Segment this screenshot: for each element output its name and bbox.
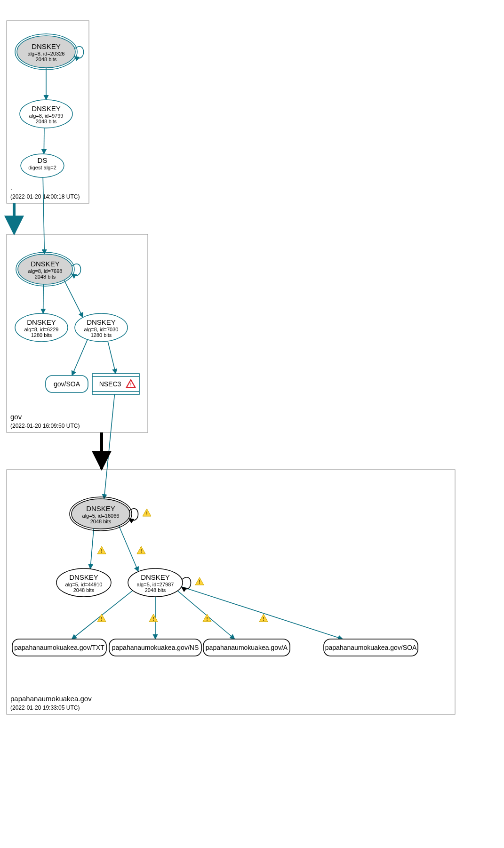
- zone-timestamp: (2022-01-20 14:00:18 UTC): [10, 193, 80, 200]
- node-title: papahanaumokuakea.gov/SOA: [325, 644, 417, 651]
- svg-text:!: !: [199, 579, 200, 585]
- node-line3: 2048 bits: [145, 587, 166, 593]
- node-rk2[interactable]: DNSKEYalg=8, id=97992048 bits: [20, 100, 72, 128]
- node-line2: alg=8, id=7030: [84, 327, 119, 332]
- node-title: DNSKEY: [27, 318, 56, 326]
- node-la[interactable]: papahanaumokuakea.gov/A: [203, 639, 290, 656]
- node-line2: alg=5, id=16066: [82, 513, 120, 519]
- svg-text:!: !: [206, 616, 208, 622]
- svg-text:!: !: [101, 616, 103, 622]
- node-line3: 1280 bits: [91, 332, 112, 338]
- node-line2: alg=5, id=27987: [137, 582, 174, 587]
- edge: [43, 284, 44, 313]
- node-line2: alg=5, id=44910: [65, 582, 103, 587]
- node-title: papahanaumokuakea.gov/NS: [112, 644, 199, 651]
- node-line2: alg=8, id=9799: [29, 113, 64, 119]
- node-title: NSEC3: [99, 380, 121, 388]
- svg-text:!: !: [146, 511, 148, 516]
- node-gk3[interactable]: DNSKEYalg=8, id=70301280 bits: [75, 313, 128, 342]
- node-title: DNSKEY: [69, 573, 98, 581]
- svg-text:!: !: [263, 616, 264, 622]
- svg-text:!: !: [152, 616, 154, 622]
- node-title: gov/SOA: [54, 380, 80, 388]
- zone-label: gov: [10, 413, 22, 421]
- node-title: DNSKEY: [32, 104, 61, 112]
- svg-text:!: !: [130, 382, 132, 387]
- node-line2: digest alg=2: [28, 165, 56, 170]
- node-line3: 1280 bits: [31, 332, 52, 338]
- node-line3: 2048 bits: [73, 587, 95, 593]
- node-title: DS: [38, 156, 48, 164]
- node-line3: 2048 bits: [36, 56, 57, 62]
- node-line2: alg=8, id=20326: [28, 51, 65, 56]
- node-title: papahanaumokuakea.gov/TXT: [14, 644, 104, 651]
- node-rds[interactable]: DSdigest alg=2: [21, 154, 64, 177]
- zone-label: .: [10, 184, 12, 192]
- svg-text:!: !: [140, 548, 142, 554]
- node-title: DNSKEY: [87, 318, 116, 326]
- node-lk2[interactable]: DNSKEYalg=5, id=449102048 bits: [56, 568, 111, 597]
- node-title: DNSKEY: [31, 260, 60, 268]
- node-line3: 2048 bits: [35, 274, 56, 280]
- node-line3: 2048 bits: [90, 519, 112, 524]
- zone-label: papahanaumokuakea.gov: [10, 695, 92, 703]
- node-gnsec[interactable]: NSEC3!: [92, 374, 139, 394]
- node-title: DNSKEY: [32, 42, 61, 50]
- zone-timestamp: (2022-01-20 19:33:05 UTC): [10, 704, 80, 711]
- node-gk2[interactable]: DNSKEYalg=8, id=62291280 bits: [15, 313, 68, 342]
- node-lsoa[interactable]: papahanaumokuakea.gov/SOA: [324, 639, 418, 656]
- node-title: papahanaumokuakea.gov/A: [206, 644, 288, 651]
- node-lns[interactable]: papahanaumokuakea.gov/NS: [109, 639, 201, 656]
- node-gsoa[interactable]: gov/SOA: [46, 376, 88, 392]
- node-ltxt[interactable]: papahanaumokuakea.gov/TXT: [12, 639, 106, 656]
- node-title: DNSKEY: [141, 573, 170, 581]
- node-line2: alg=8, id=6229: [24, 327, 59, 332]
- zone-timestamp: (2022-01-20 16:09:50 UTC): [10, 423, 80, 429]
- node-title: DNSKEY: [86, 504, 115, 512]
- node-line2: alg=8, id=7698: [28, 268, 63, 274]
- edge: [44, 128, 44, 154]
- node-line3: 2048 bits: [36, 119, 57, 124]
- svg-text:!: !: [101, 548, 103, 554]
